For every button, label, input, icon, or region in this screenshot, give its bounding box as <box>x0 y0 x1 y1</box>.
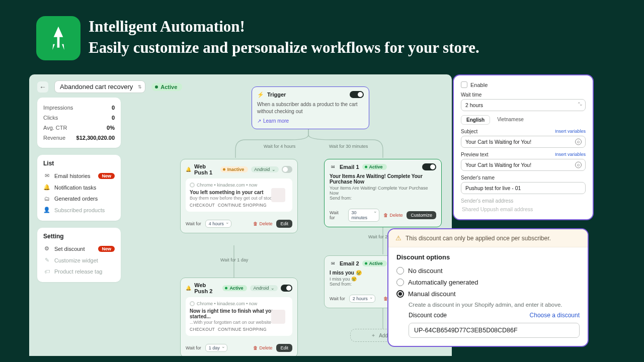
edit-button[interactable]: Edit <box>276 220 292 228</box>
sidebar-item-subscribed-products[interactable]: 👤Subscribed products <box>43 204 115 216</box>
field-label: Discount code <box>409 312 447 319</box>
chrome-icon <box>190 183 195 188</box>
preview-action[interactable]: CHECKOUT <box>190 203 215 208</box>
learn-more-link[interactable]: ↗Learn more <box>257 118 289 124</box>
node-email-1[interactable]: ✉ Email 1 Active Your Items Are Waiting!… <box>324 159 442 227</box>
stat-value: 0 <box>112 105 115 111</box>
platform-select[interactable]: Android ⌄ <box>251 166 279 172</box>
sidebar-item-label: Subscribed products <box>54 207 105 213</box>
field-label-muted: Sender's email address <box>461 198 586 204</box>
insert-variables-link[interactable]: Insert variables <box>555 152 586 157</box>
sender-name-input[interactable]: Pushup test for live - 01 <box>461 182 586 194</box>
toggle-email1[interactable] <box>422 163 436 170</box>
wait-label: Wait for <box>186 221 201 226</box>
stat-label: Avg. CTR <box>43 125 67 131</box>
emoji-icon[interactable]: ☺ <box>575 139 582 145</box>
field-value: 2 hours <box>465 102 483 108</box>
section-heading: List <box>43 160 115 167</box>
sender-email-placeholder: Shared Uppush email address <box>461 204 586 212</box>
node-webpush-2[interactable]: 🔔 Web Push 2 Active Android ⌄ Chrome • k… <box>180 278 298 356</box>
trash-icon: 🗑 <box>253 345 258 350</box>
node-title: Email 2 <box>340 260 359 266</box>
platform-select[interactable]: Android ⌄ <box>250 285 278 291</box>
stat-label: Impressions <box>43 105 73 111</box>
delete-button[interactable]: 🗑Delete <box>383 213 403 218</box>
push-preview: Chrome • kinadese.com • now You left som… <box>186 178 292 212</box>
email-sender: Send from: <box>330 196 436 201</box>
preview-source: Chrome • kinadese.com • now <box>197 301 257 306</box>
sidebar-item-customize-widget[interactable]: ✎Customize widget <box>43 254 115 266</box>
field-label: Preview text <box>461 152 488 157</box>
preview-input[interactable]: Your Cart Is Waiting for You!☺ <box>461 159 586 171</box>
email-editor-panel: Enable Wait time 2 hours English Vietnam… <box>453 74 594 220</box>
radio-label: No discount <box>408 267 443 275</box>
mail-icon: ✉ <box>330 163 337 170</box>
sidebar-item-email-histories[interactable]: ✉Email historiesNew <box>43 170 115 182</box>
emoji-icon[interactable]: ☺ <box>575 162 582 168</box>
wait-select[interactable]: 1 day <box>205 344 227 352</box>
discount-warning: ⚠This discount can only be applied once … <box>388 229 588 247</box>
choose-discount-link[interactable]: Choose a discount <box>530 312 580 321</box>
stat-label: Revenue <box>43 135 65 141</box>
preview-action[interactable]: CHECKOUT <box>190 327 215 332</box>
field-label: Sender's name <box>461 175 586 180</box>
node-trigger[interactable]: ⚡ Trigger When a subscriber adds a produ… <box>252 86 369 129</box>
tag-icon: 🏷 <box>43 268 50 275</box>
warning-text: This discount can only be applied once p… <box>406 235 551 242</box>
sidebar-item-label: Notification tasks <box>54 185 96 191</box>
customize-button[interactable]: Customize <box>407 211 436 219</box>
platform-label: Android <box>254 167 270 172</box>
checkbox-icon[interactable] <box>461 81 467 88</box>
radio-manual-discount[interactable]: Manual discount <box>396 288 580 300</box>
tab-english[interactable]: English <box>461 115 490 125</box>
language-tabs: English Vietnamese <box>461 115 586 125</box>
node-webpush-1[interactable]: 🔔 Web Push 1 Inactive Android ⌄ Chrome •… <box>180 159 298 233</box>
banner-headline: Intelligent Automation! Easily customize… <box>89 16 479 58</box>
insert-variables-link[interactable]: Insert variables <box>555 129 586 134</box>
enable-checkbox-row[interactable]: Enable <box>461 81 586 88</box>
field-label: Wait time <box>461 92 586 98</box>
discount-code-input[interactable]: UP-64CB6549D77C3EB5D08CD86F <box>409 323 580 338</box>
wait-select[interactable]: 30 minutes <box>348 209 380 222</box>
wait-label: Wait for <box>186 345 201 350</box>
stat-value: 0 <box>112 115 115 121</box>
sidebar-item-label: Product release tag <box>54 268 102 275</box>
warning-icon: ⚠ <box>395 234 401 242</box>
stat-value: $12,300,020.00 <box>76 135 115 141</box>
sidebar-item-set-discount[interactable]: ⚙Set discountNew <box>43 243 115 254</box>
field-value: Pushup test for live - 01 <box>465 185 521 191</box>
field-value: Your Cart Is Waiting for You! <box>465 162 531 168</box>
trigger-icon: ⚡ <box>257 91 264 98</box>
delete-button[interactable]: 🗑Delete <box>253 221 272 226</box>
toggle-webpush1[interactable] <box>282 166 292 173</box>
chrome-icon <box>190 301 195 306</box>
push-preview: Chrome • kinadese.com • now Now is right… <box>186 297 292 336</box>
preview-action[interactable]: CONTINUE SHOPPING <box>218 203 267 208</box>
sidebar-item-label: Generated orders <box>54 196 98 202</box>
status-pill: Active <box>362 164 387 170</box>
delete-button[interactable]: 🗑Delete <box>253 345 272 350</box>
wait-select[interactable]: 4 hours <box>205 220 231 228</box>
sidebar-item-generated-orders[interactable]: 🗂Generated orders <box>43 193 115 204</box>
discount-options-panel: ⚠This discount can only be applied once … <box>387 228 589 347</box>
toggle-trigger[interactable] <box>350 91 364 98</box>
section-heading: Setting <box>43 233 115 240</box>
edit-button[interactable]: Edit <box>276 344 292 352</box>
wait-select[interactable]: 2 hours <box>349 295 375 303</box>
email-preview: Your Items Are Waiting! Complete Your Pu… <box>330 186 436 196</box>
back-button[interactable]: ← <box>37 81 48 93</box>
radio-no-discount[interactable]: No discount <box>396 265 580 277</box>
subject-input[interactable]: Your Cart Is Waiting for You!☺ <box>461 136 586 148</box>
tab-vietnamese[interactable]: Vietnamese <box>492 115 529 125</box>
preview-action[interactable]: CONTINUE SHOPPING <box>218 327 267 332</box>
trash-icon: 🗑 <box>383 213 388 218</box>
toggle-webpush2[interactable] <box>281 285 292 292</box>
sidebar-item-notification-tasks[interactable]: 🔔Notification tasks <box>43 182 115 193</box>
radio-auto-generated[interactable]: Automatically generated <box>396 277 580 288</box>
radio-label: Manual discount <box>408 290 456 298</box>
wait-time-select[interactable]: 2 hours <box>461 99 586 111</box>
trash-icon: 🗑 <box>253 221 258 226</box>
orders-icon: 🗂 <box>43 196 50 202</box>
new-badge: New <box>98 173 115 179</box>
sidebar-item-product-release-tag[interactable]: 🏷Product release tag <box>43 266 115 277</box>
